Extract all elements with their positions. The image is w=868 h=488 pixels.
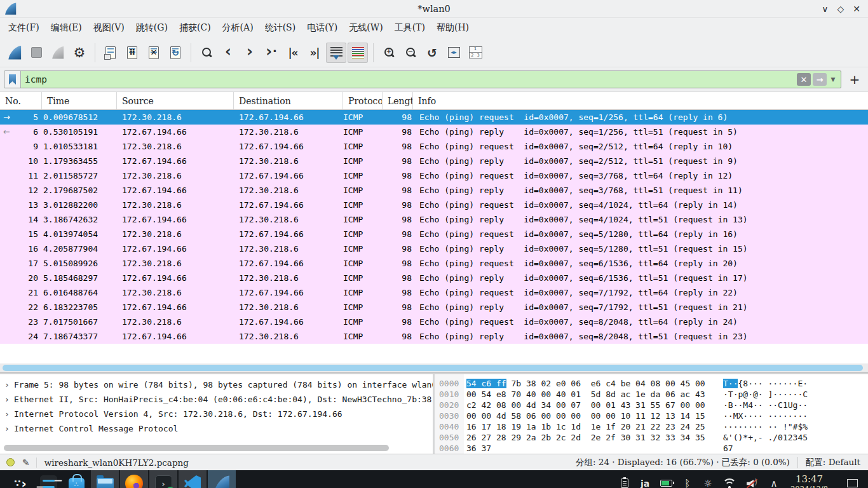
start-capture-button[interactable] bbox=[4, 43, 25, 63]
packet-row[interactable]: 112.011585727172.30.218.6172.67.194.66IC… bbox=[0, 168, 868, 183]
go-first-packet-button[interactable]: |« bbox=[283, 43, 303, 63]
menu-tools[interactable]: 工具(T) bbox=[389, 20, 431, 36]
menu-statistics[interactable]: 统计(S) bbox=[259, 20, 302, 36]
menu-file[interactable]: 文件(F) bbox=[3, 20, 45, 36]
wifi-icon[interactable] bbox=[723, 477, 736, 488]
minimize-button[interactable]: ∨ bbox=[822, 4, 828, 14]
brightness-icon[interactable]: ☼ bbox=[703, 477, 713, 488]
taskbar-app-launcher-button[interactable]: › bbox=[6, 470, 34, 488]
zoom-in-button[interactable]: + bbox=[379, 43, 399, 63]
col-header-protocol[interactable]: Protocol bbox=[343, 92, 383, 109]
packet-row[interactable]: ←60.530105191172.67.194.66172.30.218.6IC… bbox=[0, 125, 868, 139]
auto-scroll-button[interactable] bbox=[326, 43, 346, 63]
hex-bytes[interactable]: 16 17 18 19 1a 1b 1c 1d 1e 1f 20 21 22 2… bbox=[466, 421, 713, 432]
expander-icon[interactable]: › bbox=[0, 395, 14, 404]
detail-line[interactable]: ›Internet Protocol Version 4, Src: 172.3… bbox=[0, 407, 433, 421]
menu-edit[interactable]: 编辑(E) bbox=[45, 20, 88, 36]
tray-expand-icon[interactable]: ∧ bbox=[769, 477, 779, 488]
ascii-bytes[interactable]: ·B··M4·· ··C1Ug·· bbox=[723, 400, 808, 410]
scrollbar-thumb[interactable] bbox=[3, 365, 863, 371]
bluetooth-icon[interactable]: ᛒ bbox=[682, 477, 693, 488]
taskbar-vscode-button[interactable] bbox=[179, 470, 207, 488]
close-button[interactable]: ✕ bbox=[853, 4, 860, 14]
go-forward-button[interactable]: › bbox=[240, 43, 260, 63]
ascii-bytes[interactable]: ·T·p@·@· ]······C bbox=[723, 389, 808, 400]
hex-bytes[interactable]: 00 54 e8 70 40 00 40 01 5d 8d ac 1e da 0… bbox=[466, 389, 713, 400]
battery-icon[interactable] bbox=[660, 477, 672, 488]
packet-row[interactable]: 175.015089926172.30.218.6172.67.194.66IC… bbox=[0, 256, 868, 271]
filter-bookmark-button[interactable] bbox=[4, 71, 21, 88]
colorize-button[interactable] bbox=[348, 43, 368, 63]
scrollbar-thumb[interactable] bbox=[4, 445, 389, 451]
ascii-bytes[interactable]: T··{8··· ······E· bbox=[723, 378, 808, 389]
packet-row[interactable]: →50.009678512172.30.218.6172.67.194.66IC… bbox=[0, 110, 868, 125]
packet-row[interactable]: 216.016488764172.30.218.6172.67.194.66IC… bbox=[0, 285, 868, 300]
packet-list-hscrollbar[interactable] bbox=[0, 363, 868, 372]
filter-input[interactable]: icmp bbox=[21, 74, 797, 85]
packet-row[interactable]: 101.179363455172.67.194.66172.30.218.6IC… bbox=[0, 154, 868, 168]
taskbar-discover-button[interactable] bbox=[62, 470, 90, 488]
open-file-button[interactable] bbox=[100, 43, 121, 63]
zoom-out-button[interactable]: − bbox=[400, 43, 421, 63]
packet-row[interactable]: 133.012882200172.30.218.6172.67.194.66IC… bbox=[0, 198, 868, 212]
save-file-button[interactable]: ⠿ bbox=[122, 43, 142, 63]
clock[interactable]: 13:47 2024/12/8 bbox=[790, 474, 828, 488]
packet-row[interactable]: 237.017501667172.30.218.6172.67.194.66IC… bbox=[0, 315, 868, 329]
menu-capture[interactable]: 捕获(C) bbox=[173, 20, 217, 36]
show-desktop-button[interactable] bbox=[847, 479, 858, 487]
taskbar-wireshark-button[interactable] bbox=[208, 470, 236, 488]
hex-bytes[interactable]: c2 42 08 00 4d 34 00 07 00 01 43 31 55 6… bbox=[466, 400, 713, 410]
hex-bytes[interactable]: 54 c6 ff 7b 38 02 e0 06 e6 c4 be 04 08 0… bbox=[466, 378, 713, 389]
packet-row[interactable]: 205.185468297172.67.194.66172.30.218.6IC… bbox=[0, 271, 868, 285]
menu-telephony[interactable]: 电话(Y) bbox=[301, 20, 343, 36]
packet-row[interactable]: 247.186743377172.67.194.66172.30.218.6IC… bbox=[0, 329, 868, 344]
display-filter-field[interactable]: icmp ✕ → ▼ bbox=[4, 71, 841, 88]
packet-row[interactable]: 122.179687502172.67.194.66172.30.218.6IC… bbox=[0, 183, 868, 198]
zoom-reset-button[interactable]: ↺ bbox=[422, 43, 442, 63]
menu-go[interactable]: 跳转(G) bbox=[130, 20, 173, 36]
filter-add-button[interactable]: + bbox=[846, 72, 863, 87]
taskbar-file-manager-button[interactable] bbox=[91, 470, 119, 488]
menu-wireless[interactable]: 无线(W) bbox=[343, 20, 388, 36]
packet-row[interactable]: 91.010533181172.30.218.6172.67.194.66ICM… bbox=[0, 139, 868, 154]
ascii-bytes[interactable]: &'()*+,- ./012345 bbox=[723, 432, 808, 443]
ascii-bytes[interactable]: 67 bbox=[723, 443, 733, 454]
ascii-bytes[interactable]: ··MX···· ········ bbox=[723, 410, 808, 421]
maximize-button[interactable]: ◇ bbox=[837, 4, 844, 14]
close-file-button[interactable]: ✕ bbox=[144, 43, 164, 63]
packet-row[interactable]: 143.186742632172.67.194.66172.30.218.6IC… bbox=[0, 212, 868, 227]
details-hscrollbar[interactable] bbox=[0, 445, 433, 451]
stop-capture-button[interactable] bbox=[26, 43, 46, 63]
hex-bytes[interactable]: 26 27 28 29 2a 2b 2c 2d 2e 2f 30 31 32 3… bbox=[466, 432, 713, 443]
menu-analyze[interactable]: 分析(A) bbox=[217, 20, 259, 36]
detail-line[interactable]: ›Ethernet II, Src: HonHaiPrecis_c4:be:04… bbox=[0, 392, 433, 407]
filter-clear-button[interactable]: ✕ bbox=[797, 73, 811, 86]
go-back-button[interactable]: ‹ bbox=[218, 43, 238, 63]
profile-selector[interactable]: 配置: Default bbox=[797, 457, 868, 468]
layout-panes-button[interactable] bbox=[465, 43, 485, 63]
capture-options-button[interactable]: ⚙ bbox=[69, 43, 90, 63]
expander-icon[interactable]: › bbox=[0, 380, 14, 390]
find-packet-button[interactable] bbox=[196, 43, 217, 63]
volume-muted-icon[interactable] bbox=[746, 477, 759, 488]
ascii-bytes[interactable]: ········ ·· !"#$% bbox=[723, 421, 808, 432]
packet-row[interactable]: 226.183223705172.67.194.66172.30.218.6IC… bbox=[0, 300, 868, 315]
taskbar-firefox-button[interactable] bbox=[120, 470, 148, 488]
col-header-no[interactable]: No. bbox=[0, 92, 42, 109]
col-header-time[interactable]: Time bbox=[42, 92, 117, 109]
filter-apply-button[interactable]: → bbox=[813, 73, 827, 86]
resize-columns-button[interactable] bbox=[444, 43, 464, 63]
expert-info-icon[interactable] bbox=[6, 458, 15, 466]
col-header-destination[interactable]: Destination bbox=[234, 92, 343, 109]
expander-icon[interactable]: › bbox=[0, 424, 14, 433]
col-header-source[interactable]: Source bbox=[117, 92, 234, 109]
expander-icon[interactable]: › bbox=[0, 409, 14, 419]
taskbar-settings-button[interactable] bbox=[34, 470, 62, 488]
menu-help[interactable]: 帮助(H) bbox=[431, 20, 475, 36]
hex-bytes[interactable]: 36 37 bbox=[466, 443, 713, 454]
reload-file-button[interactable]: ↻ bbox=[165, 43, 186, 63]
taskbar-terminal-button[interactable]: › bbox=[149, 470, 177, 488]
go-to-packet-button[interactable]: › bbox=[261, 43, 281, 63]
detail-line[interactable]: ›Frame 5: 98 bytes on wire (784 bits), 9… bbox=[0, 377, 433, 392]
packet-row[interactable]: 164.205877904172.67.194.66172.30.218.6IC… bbox=[0, 241, 868, 256]
